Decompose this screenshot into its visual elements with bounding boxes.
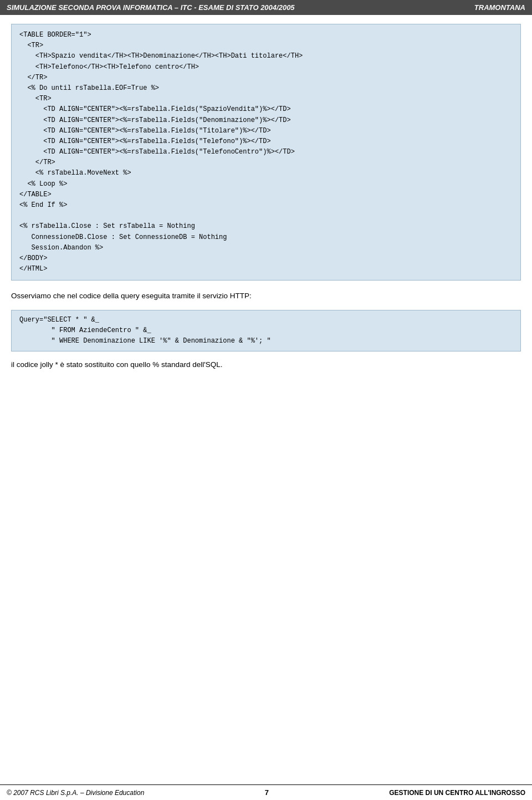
prose-text-2: il codice jolly * è stato sostituito con… bbox=[11, 359, 521, 370]
main-content: <TABLE BORDER="1"> <TR> <TH>Spazio vendi… bbox=[0, 15, 532, 387]
page-header: Simulazione Seconda Prova Informatica – … bbox=[0, 0, 532, 15]
header-publisher: Tramontana bbox=[474, 3, 525, 12]
footer-page-number: 7 bbox=[265, 788, 269, 797]
query-block: Query="SELECT * " &_ " FROM AziendeCentr… bbox=[11, 310, 521, 352]
page-footer: © 2007 RCS Libri S.p.A. – Divisione Educ… bbox=[0, 784, 532, 800]
header-title: Simulazione Seconda Prova Informatica – … bbox=[7, 3, 295, 12]
footer-section-title: Gestione di un centro all'ingrosso bbox=[389, 789, 525, 797]
code-block: <TABLE BORDER="1"> <TR> <TH>Spazio vendi… bbox=[11, 24, 521, 281]
prose-text-1: Osserviamo che nel codice della query es… bbox=[11, 291, 521, 302]
footer-copyright: © 2007 RCS Libri S.p.A. – Divisione Educ… bbox=[7, 789, 144, 797]
